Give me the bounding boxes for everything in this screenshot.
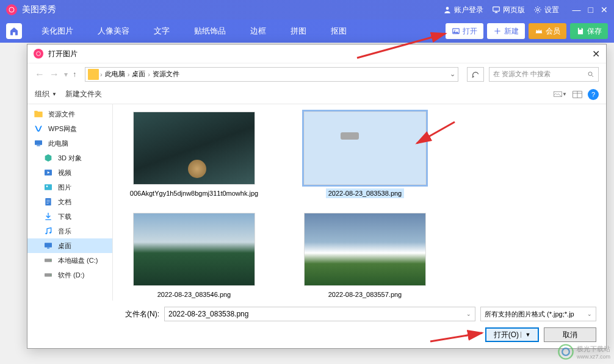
- breadcrumb[interactable]: › 此电脑 › 桌面 › 资源文件 ⌄: [85, 67, 458, 82]
- sidebar-item[interactable]: 资源文件: [27, 107, 112, 121]
- home-button[interactable]: [6, 23, 22, 39]
- svg-point-19: [49, 232, 51, 234]
- plus-icon: [493, 27, 502, 35]
- sidebar-item-label: 资源文件: [48, 110, 75, 119]
- file-thumbnail: [304, 213, 426, 286]
- svg-point-6: [37, 52, 41, 56]
- svg-rect-13: [37, 145, 40, 146]
- sidebar-item-label: 3D 对象: [58, 154, 82, 163]
- open-button[interactable]: 打开: [446, 23, 483, 39]
- tab-sticker[interactable]: 贴纸饰品: [182, 20, 238, 43]
- sidebar-item[interactable]: 下载: [27, 209, 112, 224]
- nav-up-button[interactable]: ↑: [73, 70, 76, 79]
- sidebar-item-label: 此电脑: [48, 139, 68, 148]
- monitor-icon: [492, 5, 500, 14]
- sidebar-item[interactable]: 图片: [27, 180, 112, 194]
- tab-portrait[interactable]: 人像美容: [85, 20, 142, 43]
- dialog-cancel-button[interactable]: 取消: [544, 327, 596, 342]
- svg-point-23: [50, 260, 51, 260]
- breadcrumb-item[interactable]: 资源文件: [151, 70, 181, 79]
- sidebar-item[interactable]: 视频: [27, 165, 112, 180]
- file-item[interactable]: 2022-08-23_083546.png: [124, 213, 264, 299]
- file-item[interactable]: 2022-08-23_083538.png: [295, 112, 435, 198]
- svg-point-1: [446, 7, 449, 10]
- sidebar-item[interactable]: 此电脑: [27, 136, 112, 151]
- tab-collage[interactable]: 拼图: [278, 20, 319, 43]
- app-titlebar: 美图秀秀 账户登录 网页版 设置 — □ ✕: [0, 0, 614, 20]
- minimize-button[interactable]: —: [572, 5, 581, 15]
- chevron-down-icon[interactable]: ⌄: [450, 70, 455, 78]
- image-icon: [43, 182, 53, 192]
- filetype-filter[interactable]: 所有支持的图片格式 (*.jpg;*.jp ⌄: [480, 307, 596, 321]
- new-folder-button[interactable]: 新建文件夹: [65, 89, 102, 99]
- disk-icon: [43, 270, 53, 280]
- file-name: 2022-08-23_083538.png: [326, 188, 405, 198]
- search-input[interactable]: 在 资源文件 中搜索: [489, 67, 599, 82]
- dialog-toolbar: 组织▼ 新建文件夹 ▼ ?: [27, 85, 606, 104]
- sidebar-item-label: 本地磁盘 (C:): [58, 256, 98, 265]
- file-item[interactable]: 006AkgtYgy1h5djnw8bgmj311t0mowhk.jpg: [124, 112, 264, 198]
- dialog-titlebar: 打开图片 ✕: [27, 45, 606, 63]
- sidebar-item-label: 视频: [58, 168, 71, 177]
- sidebar-item-label: 下载: [58, 212, 71, 221]
- breadcrumb-item[interactable]: 桌面: [131, 70, 146, 79]
- dialog-nav: ← → ▾ ↑ › 此电脑 › 桌面 › 资源文件 ⌄ 在 资源文件 中搜索: [27, 63, 606, 85]
- login-button[interactable]: 账户登录: [443, 5, 483, 15]
- disk-icon: [43, 255, 53, 265]
- sidebar-item[interactable]: 音乐: [27, 224, 112, 238]
- tab-frame[interactable]: 边框: [238, 20, 278, 43]
- tab-text[interactable]: 文字: [142, 20, 182, 43]
- nav-forward-button[interactable]: →: [49, 69, 59, 80]
- dialog-open-button[interactable]: 打开(O) ▼: [485, 327, 539, 342]
- file-thumbnail: [304, 112, 426, 185]
- settings-button[interactable]: 设置: [533, 5, 559, 15]
- svg-point-7: [588, 72, 592, 76]
- sidebar-item-label: 音乐: [58, 227, 71, 236]
- tab-beautify[interactable]: 美化图片: [29, 20, 85, 43]
- vip-button[interactable]: 会员: [529, 23, 566, 39]
- doc-icon: [43, 197, 53, 207]
- dialog-close-button[interactable]: ✕: [592, 48, 600, 60]
- file-name: 2022-08-23_083546.png: [155, 290, 234, 299]
- refresh-button[interactable]: [467, 67, 484, 82]
- crown-icon: [535, 27, 543, 35]
- sidebar-item-label: 软件 (D:): [58, 271, 84, 280]
- sidebar-item[interactable]: 3D 对象: [27, 151, 112, 165]
- open-file-dialog: 打开图片 ✕ ← → ▾ ↑ › 此电脑 › 桌面 › 资源文件 ⌄ 在 资源文…: [27, 44, 607, 349]
- user-icon: [443, 5, 452, 14]
- refresh-icon: [471, 70, 480, 79]
- sidebar-item[interactable]: WPS网盘: [27, 121, 112, 136]
- view-details-button[interactable]: [571, 89, 584, 100]
- file-name: 006AkgtYgy1h5djnw8bgmj311t0mowhk.jpg: [128, 188, 261, 198]
- sidebar-item[interactable]: 本地磁盘 (C:): [27, 253, 112, 268]
- sidebar-item-label: WPS网盘: [48, 124, 77, 134]
- web-button[interactable]: 网页版: [492, 5, 525, 15]
- sidebar-item[interactable]: 桌面: [27, 238, 112, 253]
- sidebar: 资源文件WPS网盘此电脑3D 对象视频图片文档下载音乐桌面本地磁盘 (C:)软件…: [27, 104, 113, 301]
- file-item[interactable]: 2022-08-23_083557.png: [295, 213, 435, 299]
- dialog-footer: 文件名(N): 2022-08-23_083538.png ⌄ 所有支持的图片格…: [27, 301, 606, 348]
- sidebar-item-label: 桌面: [58, 241, 71, 251]
- save-button[interactable]: 保存: [570, 23, 608, 39]
- dialog-logo: [34, 49, 43, 59]
- organize-button[interactable]: 组织▼: [35, 89, 57, 99]
- new-button[interactable]: 新建: [487, 23, 525, 39]
- sidebar-item[interactable]: 文档: [27, 194, 112, 209]
- help-button[interactable]: ?: [588, 89, 599, 100]
- app-title: 美图秀秀: [22, 4, 443, 15]
- tab-cutout[interactable]: 抠图: [319, 20, 359, 43]
- close-button[interactable]: ✕: [601, 5, 608, 15]
- filename-input[interactable]: 2022-08-23_083538.png ⌄: [164, 307, 475, 321]
- svg-point-18: [45, 233, 47, 235]
- file-area: 006AkgtYgy1h5djnw8bgmj311t0mowhk.jpg2022…: [113, 104, 606, 301]
- svg-rect-10: [34, 112, 42, 117]
- maximize-button[interactable]: □: [588, 5, 593, 15]
- nav-back-button[interactable]: ←: [35, 69, 45, 80]
- sidebar-item[interactable]: 软件 (D:): [27, 268, 112, 282]
- download-icon: [43, 212, 53, 221]
- view-thumbnails-button[interactable]: ▼: [554, 89, 567, 100]
- breadcrumb-item[interactable]: 此电脑: [104, 70, 126, 79]
- file-thumbnail: [133, 112, 255, 185]
- file-name: 2022-08-23_083557.png: [326, 290, 405, 299]
- image-icon: [452, 27, 460, 35]
